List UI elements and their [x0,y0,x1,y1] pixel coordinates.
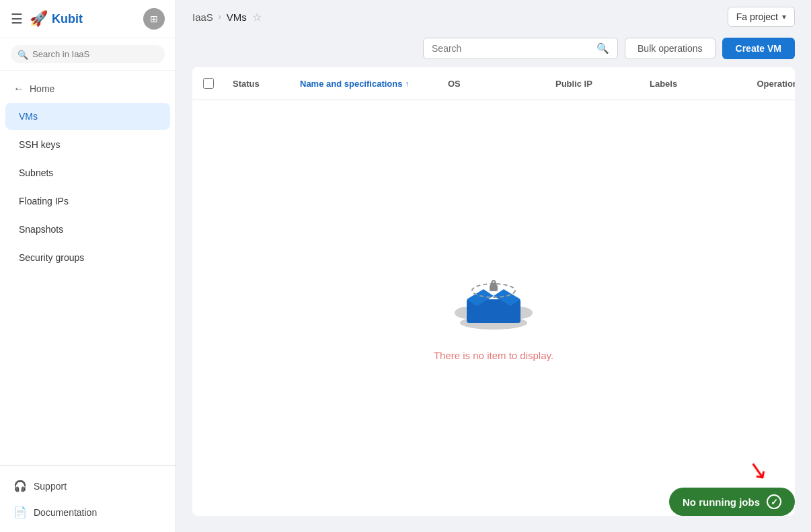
select-all-checkbox-wrap[interactable] [192,67,225,100]
sidebar: ☰ 🚀 Kubit ⊞ 🔍 ← Home VMs SSH keys Subnet… [0,0,176,532]
bottom-badge-area: ↘ No running jobs ✓ [669,458,795,516]
th-os: OS [440,68,547,100]
create-vm-button[interactable]: Create VM [722,38,795,59]
logo-text: Kubit [52,12,83,26]
search-icon: 🔍 [596,42,609,54]
documentation-icon: 📄 [13,506,27,519]
sidebar-nav: ← Home VMs SSH keys Subnets Floating IPs… [0,71,176,465]
select-all-checkbox[interactable] [203,78,214,89]
footer-item-support[interactable]: 🎧 Support [5,473,170,499]
sidebar-search-icon: 🔍 [17,49,28,59]
footer-documentation-label: Documentation [34,507,97,518]
vms-table: Status Name and specifications ↑ OS Publ… [192,67,795,516]
sidebar-header: ☰ 🚀 Kubit ⊞ [0,0,176,38]
empty-message: There is no item to display. [434,350,553,361]
th-operations: Operations [736,68,795,100]
action-bar: 🔍 Bulk operations Create VM [176,34,811,67]
favorite-icon[interactable]: ☆ [252,11,262,24]
search-box: 🔍 [423,38,618,59]
sidebar-item-snapshots[interactable]: Snapshots [5,216,170,243]
sidebar-item-subnets-label: Subnets [19,167,53,178]
sidebar-item-snapshots-label: Snapshots [19,224,63,235]
menu-icon[interactable]: ☰ [11,11,23,27]
grid-icon[interactable]: ⊞ [143,8,165,30]
breadcrumb-current: VMs [227,11,247,23]
topbar-right: Fa project ▾ [728,7,795,27]
red-arrow-icon: ↘ [746,457,770,484]
running-jobs-label: No running jobs [683,496,760,508]
bulk-operations-button[interactable]: Bulk operations [625,38,716,59]
breadcrumb-parent[interactable]: IaaS [192,11,213,23]
sidebar-search-input[interactable] [11,45,165,63]
empty-state: There is no item to display. [192,100,795,516]
breadcrumb-separator: › [219,12,221,22]
no-running-jobs-badge[interactable]: No running jobs ✓ [669,488,795,516]
th-status: Status [225,68,292,100]
logo-icon: 🚀 [30,10,48,28]
sidebar-item-vms-label: VMs [19,111,38,122]
sidebar-item-security-groups[interactable]: Security groups [5,244,170,271]
sidebar-item-ssh-keys-label: SSH keys [19,139,60,150]
sidebar-item-vms[interactable]: VMs [5,103,170,130]
main-content: IaaS › VMs ☆ Fa project ▾ 🔍 Bulk operati… [176,0,811,532]
back-arrow-icon: ← [13,83,24,95]
sidebar-item-security-groups-label: Security groups [19,252,84,263]
th-name-label: Name and specifications [300,79,402,89]
check-mark: ✓ [771,497,778,507]
topbar: IaaS › VMs ☆ Fa project ▾ [176,0,811,34]
th-public-ip: Public IP [547,68,642,100]
project-selector[interactable]: Fa project ▾ [728,7,795,27]
sidebar-item-ssh-keys[interactable]: SSH keys [5,131,170,158]
svg-rect-6 [490,285,498,291]
support-icon: 🎧 [13,480,27,492]
back-label: Home [30,83,54,94]
breadcrumb: IaaS › VMs ☆ [192,11,262,24]
check-circle-icon: ✓ [767,494,781,509]
th-labels: Labels [642,68,736,100]
sidebar-item-floating-ips-label: Floating IPs [19,196,69,206]
sidebar-search-container: 🔍 [0,38,176,71]
footer-item-documentation[interactable]: 📄 Documentation [5,499,170,525]
logo: 🚀 Kubit [30,10,83,28]
project-selector-label: Fa project [736,11,778,22]
search-input[interactable] [432,43,591,54]
sidebar-item-subnets[interactable]: Subnets [5,159,170,186]
empty-illustration [447,256,541,336]
footer-support-label: Support [34,481,67,492]
sort-arrow-icon[interactable]: ↑ [405,79,409,87]
table-header: Status Name and specifications ↑ OS Publ… [192,67,795,100]
chevron-down-icon: ▾ [782,12,786,22]
sidebar-back-home[interactable]: ← Home [0,76,176,102]
th-name: Name and specifications ↑ [292,68,440,100]
sidebar-footer: 🎧 Support 📄 Documentation [0,465,176,532]
sidebar-item-floating-ips[interactable]: Floating IPs [5,188,170,215]
